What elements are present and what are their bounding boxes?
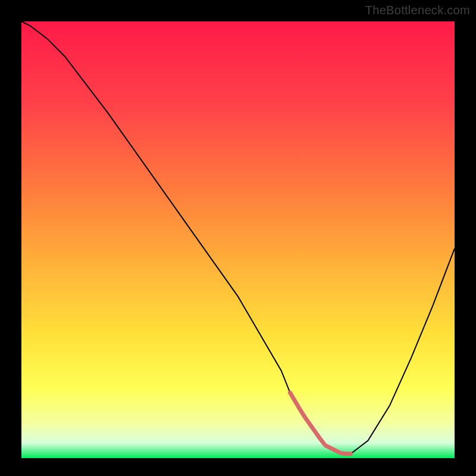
chart-svg xyxy=(0,0,476,476)
plot-area xyxy=(21,21,455,458)
